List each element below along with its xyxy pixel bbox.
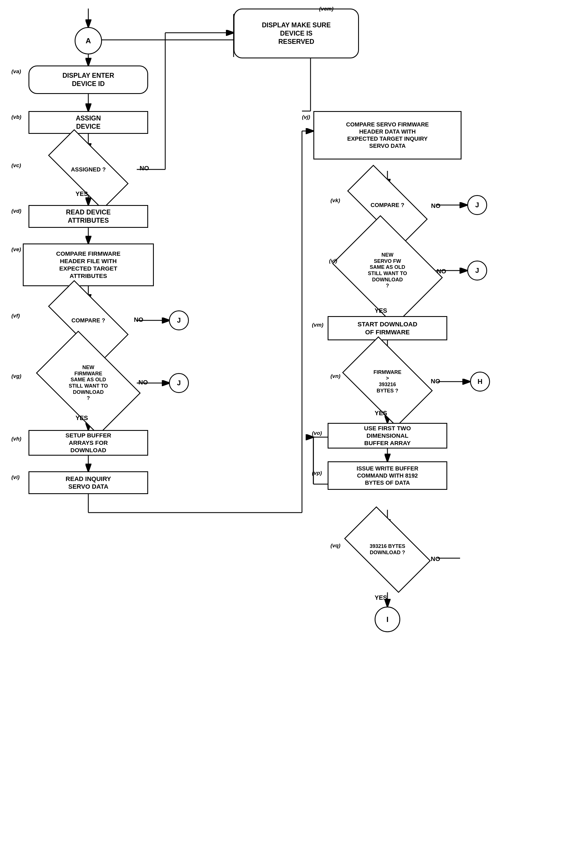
label-vj: (vj) [302, 114, 310, 120]
label-vm: (vm) [312, 322, 324, 328]
node-vj: COMPARE SERVO FIRMWARE HEADER DATA WITH … [313, 111, 461, 159]
node-vh: SETUP BUFFER ARRAYS FOR DOWNLOAD [28, 430, 148, 456]
node-vl: NEW SERVO FW SAME AS OLD STILL WANT TO D… [332, 215, 443, 326]
label-vi-left: (vi) [12, 474, 20, 480]
label-ve: (ve) [12, 247, 21, 252]
edge-vc-yes: YES [75, 190, 88, 198]
flowchart-container: DISPLAY MAKE SURE DEVICE IS RESERVED (vc… [0, 0, 588, 868]
node-J2: J [169, 373, 189, 393]
node-J3: J [467, 195, 487, 215]
label-vq: (vq) [331, 542, 340, 549]
node-vi: READ INQUIRY SERVO DATA [28, 471, 148, 494]
node-J1: J [169, 310, 189, 330]
label-vd: (vd) [12, 208, 21, 214]
edge-vk-no: NO [431, 202, 440, 210]
label-vp: (vp) [312, 470, 322, 476]
label-vo: (vo) [312, 430, 322, 436]
edge-vg-yes: YES [75, 414, 88, 422]
edge-vq-no: NO [431, 555, 440, 563]
node-vcm: DISPLAY MAKE SURE DEVICE IS RESERVED [233, 9, 359, 58]
edge-vl-yes: YES [375, 307, 387, 314]
edge-vl-no: NO [437, 268, 446, 275]
node-vo: USE FIRST TWO DIMENSIONAL BUFFER ARRAY [328, 423, 447, 449]
node-vm: START DOWNLOAD OF FIRMWARE [328, 316, 447, 340]
node-vq: 393216 BYTES DOWNLOAD ? [344, 506, 431, 593]
node-va: DISPLAY ENTER DEVICE ID [28, 65, 148, 94]
node-vb: ASSIGN DEVICE [28, 111, 148, 134]
label-vn: (vn) [331, 373, 340, 379]
label-vcm: (vcm) [319, 6, 334, 12]
node-A: A [75, 27, 102, 55]
label-vk: (vk) [331, 197, 340, 204]
label-vl: (vl) [329, 258, 337, 264]
edge-vn-yes: YES [375, 409, 387, 417]
label-vg: (vg) [12, 373, 21, 379]
node-ve: COMPARE FIRMWARE HEADER FILE WITH EXPECT… [23, 244, 154, 286]
edge-vg-no: NO [139, 379, 148, 386]
edge-vc-no: NO [140, 165, 149, 172]
label-va: (va) [12, 68, 21, 75]
node-vc: ASSIGNED ? [48, 129, 129, 210]
node-vp: ISSUE WRITE BUFFER COMMAND WITH 8192 BYT… [328, 461, 447, 490]
node-vn: FIRMWARE > 393216 BYTES ? [342, 336, 433, 427]
edge-vq-yes: YES [375, 594, 387, 601]
label-vf: (vf) [12, 313, 20, 319]
label-vc: (vc) [12, 162, 21, 168]
label-vh: (vh) [12, 436, 21, 442]
node-vd: READ DEVICE ATTRIBUTES [28, 205, 148, 228]
node-J4: J [467, 261, 487, 280]
label-vb: (vb) [12, 114, 21, 120]
edge-vn-no: NO [431, 378, 440, 385]
node-vg: NEW FIRMWARE SAME AS OLD STILL WANT TO D… [36, 331, 141, 435]
node-I: I [375, 607, 400, 632]
edge-vf-no: NO [134, 316, 143, 323]
node-H: H [470, 372, 490, 391]
